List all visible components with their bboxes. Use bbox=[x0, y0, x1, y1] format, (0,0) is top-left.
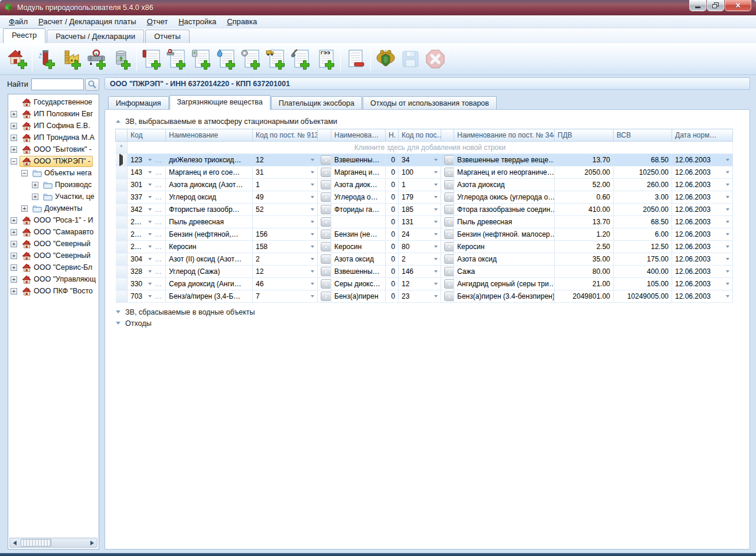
main-tab-1[interactable]: Расчеты / Декларации bbox=[47, 30, 144, 43]
n-cell[interactable]: 0 bbox=[386, 179, 399, 191]
date-cell[interactable]: 12.06.2003 bbox=[672, 166, 733, 179]
remove-doc-button[interactable] bbox=[343, 45, 368, 73]
vsv-cell[interactable]: 12.50 bbox=[614, 241, 672, 253]
dropdown-icon[interactable] bbox=[148, 171, 152, 174]
name344-cell[interactable]: Азота диоксид bbox=[454, 179, 555, 191]
dropdown-icon[interactable] bbox=[726, 283, 729, 285]
code344-cell[interactable]: 1 bbox=[399, 179, 441, 191]
dropdown-icon[interactable] bbox=[726, 196, 729, 198]
clear-value-button[interactable]: × bbox=[444, 230, 454, 239]
clear-value-button[interactable]: × bbox=[321, 279, 331, 289]
maximize-button[interactable] bbox=[707, 0, 724, 11]
code913-cell[interactable] bbox=[253, 216, 318, 228]
column-header-7[interactable]: Код по пос… bbox=[399, 129, 441, 142]
name913-cell[interactable]: Взвешенны… bbox=[331, 266, 386, 278]
expand-icon[interactable]: + bbox=[11, 241, 17, 247]
name344-cell[interactable]: Пыль древесная bbox=[454, 216, 555, 228]
name344-cell[interactable]: Бенз(а)пирен (3.4-бензпирен) bbox=[454, 290, 555, 303]
expand-icon[interactable]: + bbox=[21, 205, 28, 212]
table-row[interactable]: 301…Азота диоксид (Азот…1×Азота диок…01×… bbox=[116, 179, 733, 191]
clear-value-button[interactable]: × bbox=[444, 168, 454, 177]
vsv-cell[interactable]: 68.50 bbox=[614, 216, 672, 228]
detail-tab-2[interactable]: Плательщик экосбора bbox=[271, 96, 362, 110]
name-cell[interactable]: Углерод (Сажа) bbox=[166, 266, 253, 278]
expand-icon[interactable]: + bbox=[11, 288, 17, 295]
clear-value-button[interactable]: × bbox=[444, 192, 454, 202]
clear-value-button[interactable]: × bbox=[321, 168, 331, 177]
table-row[interactable]: 703…Бенз/а/пирен (3,4-Б…7×Бенз(а)пирен02… bbox=[116, 290, 733, 303]
name-cell[interactable]: Бензин (нефтяной,… bbox=[166, 228, 253, 241]
expand-icon[interactable]: + bbox=[11, 135, 17, 141]
vsv-cell[interactable]: 6.00 bbox=[614, 228, 672, 241]
date-cell[interactable]: 12.06.2003 bbox=[672, 253, 733, 266]
date-cell[interactable]: 12.06.2003 bbox=[672, 179, 733, 191]
clear-value-button[interactable]: × bbox=[444, 267, 454, 276]
menu-item-1[interactable]: Расчет / Декларация платы bbox=[33, 16, 142, 27]
table-row[interactable]: 123…диЖелезо триоксид…12×Взвешенны…034×В… bbox=[116, 154, 733, 166]
n-cell[interactable]: 0 bbox=[386, 204, 399, 216]
vsv-cell[interactable]: 2050.00 bbox=[614, 204, 672, 216]
clear-value-button[interactable]: × bbox=[444, 205, 454, 214]
name344-cell[interactable]: Азота оксид bbox=[454, 253, 555, 266]
code344-cell[interactable]: 179 bbox=[399, 191, 441, 204]
clear-value-button[interactable]: × bbox=[444, 292, 454, 301]
date-cell[interactable]: 12.06.2003 bbox=[672, 278, 733, 290]
n-cell[interactable]: 0 bbox=[386, 290, 399, 303]
dropdown-icon[interactable] bbox=[434, 295, 438, 297]
dropdown-icon[interactable] bbox=[311, 196, 314, 198]
tree-node-10[interactable]: +ООО "Роса-1" - И bbox=[8, 214, 99, 226]
code913-cell[interactable]: 52 bbox=[253, 204, 318, 216]
dropdown-icon[interactable] bbox=[726, 270, 729, 273]
name913-cell[interactable]: Керосин bbox=[331, 241, 386, 253]
expand-icon[interactable]: + bbox=[11, 123, 17, 129]
column-header-5[interactable]: Наименова… bbox=[331, 129, 386, 142]
tree-node-7[interactable]: +Производс bbox=[8, 179, 99, 191]
name-cell[interactable]: Бенз/а/пирен (3,4-Б… bbox=[166, 290, 253, 303]
code344-cell[interactable]: 146 bbox=[399, 266, 441, 278]
code344-cell[interactable]: 34 bbox=[399, 154, 441, 166]
dropdown-icon[interactable] bbox=[311, 184, 314, 186]
detail-tab-3[interactable]: Отходы от использования товаров bbox=[363, 96, 497, 110]
ellipsis-button[interactable]: … bbox=[155, 243, 162, 251]
dropdown-icon[interactable] bbox=[434, 159, 438, 161]
add-doc-transport-button[interactable] bbox=[263, 45, 288, 73]
clear-value-button[interactable]: × bbox=[444, 180, 454, 189]
add-discharge-outlet-button[interactable] bbox=[84, 45, 109, 73]
name-cell[interactable]: Марганец и его сое… bbox=[166, 166, 253, 179]
date-cell[interactable]: 12.06.2003 bbox=[672, 191, 733, 204]
name913-cell[interactable]: Фториды га… bbox=[331, 204, 386, 216]
code344-cell[interactable]: 2 bbox=[399, 253, 441, 266]
code-cell[interactable]: 328… bbox=[128, 266, 166, 278]
code913-cell[interactable]: 7 bbox=[253, 290, 318, 303]
name344-cell[interactable]: Керосин bbox=[454, 241, 555, 253]
tree-node-16[interactable]: +ООО ПКФ "Восто bbox=[8, 285, 99, 297]
scroll-left-icon[interactable] bbox=[10, 541, 19, 545]
main-tab-2[interactable]: Отчеты bbox=[145, 30, 190, 43]
pdv-cell[interactable]: 410.00 bbox=[555, 204, 614, 216]
ellipsis-button[interactable]: … bbox=[155, 230, 162, 238]
name-cell[interactable]: диЖелезо триоксид… bbox=[166, 154, 253, 166]
code-cell[interactable]: 2…… bbox=[128, 228, 166, 241]
code913-cell[interactable]: 158 bbox=[253, 241, 318, 253]
ellipsis-button[interactable]: … bbox=[155, 181, 162, 189]
code913-cell[interactable]: 12 bbox=[253, 154, 318, 166]
column-header-12[interactable]: Дата норм… bbox=[672, 129, 733, 142]
dropdown-icon[interactable] bbox=[311, 208, 314, 211]
expand-icon[interactable]: + bbox=[11, 229, 17, 236]
name913-cell[interactable]: Азота диок… bbox=[331, 179, 386, 191]
expand-section-icon[interactable] bbox=[116, 310, 120, 313]
dropdown-icon[interactable] bbox=[311, 171, 314, 174]
dropdown-icon[interactable] bbox=[148, 295, 152, 297]
add-doc-discharge-button[interactable] bbox=[164, 45, 189, 73]
n-cell[interactable]: 0 bbox=[386, 253, 399, 266]
table-row[interactable]: 2……Керосин158×Керосин080×Керосин2.5012.5… bbox=[116, 241, 733, 253]
column-header-11[interactable]: ВСВ bbox=[614, 129, 672, 142]
name913-cell[interactable]: Бенз(а)пирен bbox=[331, 290, 386, 303]
tree-node-0[interactable]: Государственное bbox=[8, 96, 99, 108]
code344-cell[interactable]: 100 bbox=[399, 166, 441, 179]
clear-value-button[interactable]: × bbox=[321, 292, 331, 301]
pdv-cell[interactable]: 13.70 bbox=[555, 154, 614, 166]
dropdown-icon[interactable] bbox=[434, 196, 438, 198]
main-tab-0[interactable]: Реестр bbox=[3, 28, 45, 43]
code-cell[interactable]: 123… bbox=[128, 154, 166, 166]
